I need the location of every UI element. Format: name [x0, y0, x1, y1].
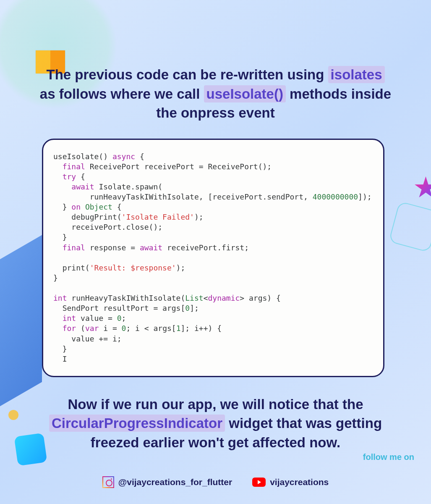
intro-heading: The previous code can be re-written usin…	[38, 65, 393, 123]
instagram-icon	[102, 476, 114, 488]
youtube-handle: vijaycreations	[270, 477, 329, 487]
heading-text: The previous code can be re-written usin…	[46, 67, 328, 82]
follow-label: follow me on	[363, 452, 414, 462]
social-row: @vijaycreations_for_flutter vijaycreatio…	[0, 476, 431, 488]
highlight-isolates: isolates	[328, 66, 385, 83]
youtube-icon	[252, 478, 266, 487]
youtube-link[interactable]: vijaycreations	[252, 477, 329, 487]
code-block: useIsolate() async { final ReceivePort r…	[42, 139, 384, 377]
heading-text: as follows where we call	[40, 86, 204, 102]
result-heading: Now if we run our app, we will notice th…	[38, 395, 393, 452]
heading-text: Now if we run our app, we will notice th…	[68, 396, 363, 412]
highlight-cpi: CircularProgressIndicator	[49, 415, 225, 432]
highlight-useisolate: useIsolate()	[204, 85, 286, 102]
instagram-link[interactable]: @vijaycreations_for_flutter	[102, 476, 232, 488]
instagram-handle: @vijaycreations_for_flutter	[118, 477, 232, 487]
